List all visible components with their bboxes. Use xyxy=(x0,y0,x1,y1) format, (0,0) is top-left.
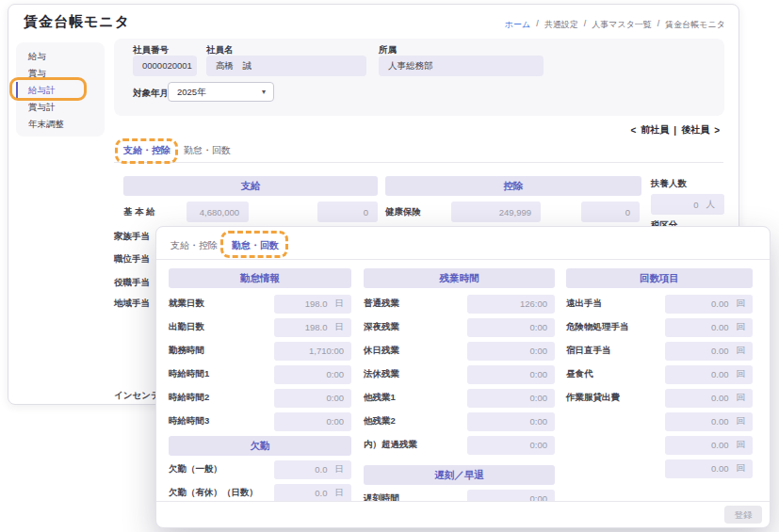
dependents-value: 0 xyxy=(693,200,698,210)
overlay-tab-payment-deduction[interactable]: 支給・控除 xyxy=(170,239,218,252)
breadcrumb-item-hr-master-list[interactable]: 人事マスタ一覧 xyxy=(592,19,652,31)
field-unit: 日 xyxy=(335,298,345,310)
field-row: 欠勤（有休）（日数） 0.0 日 xyxy=(169,481,351,501)
field-unit: 回 xyxy=(737,368,746,380)
overtime-column: 残業時間 普通残業 126:00 深夜残業 0:00 休日残業 0 xyxy=(364,268,555,501)
holiday-overtime-field[interactable]: 0:00 xyxy=(467,342,555,361)
excess-overtime-field[interactable]: 0:00 xyxy=(467,436,555,455)
page-title: 賃金台帳モニタ xyxy=(24,13,130,31)
field-unit: 日 xyxy=(335,487,345,499)
overlay-tab-attendance-count[interactable]: 勤怠・回数 xyxy=(232,239,279,252)
page: 賃金台帳モニタ ホーム / 共通設定 / 人事マスタ一覧 / 賃金台帳モニタ 給… xyxy=(0,0,779,532)
late-time-label: 遅刻時間 xyxy=(364,492,399,501)
field-value: 0:00 xyxy=(327,393,345,403)
field-row: 欠勤（一般） 0.0 日 xyxy=(169,458,351,481)
chevron-right-icon[interactable]: > xyxy=(714,125,720,136)
field-value: 0.00 xyxy=(711,416,729,427)
field-unit: 日 xyxy=(335,463,345,476)
working-days-label: 就業日数 xyxy=(169,298,204,310)
breadcrumb-item-common-settings[interactable]: 共通設定 xyxy=(544,19,578,31)
field-row: 0.00 回 xyxy=(566,433,753,457)
field-value: 0.00 xyxy=(711,322,729,332)
trip-allowance-label: 遠出手当 xyxy=(566,298,602,310)
dependents-field[interactable]: 0 人 xyxy=(651,194,724,215)
late-night-overtime-field[interactable]: 0:00 xyxy=(467,318,555,337)
field-row: 普通残業 126:00 xyxy=(364,292,555,315)
hourly-time2-field[interactable]: 0:00 xyxy=(274,389,351,408)
hourly-time1-field[interactable]: 0:00 xyxy=(274,365,351,384)
sidebar-item-salary[interactable]: 給与 xyxy=(16,48,105,65)
absence-paid-label: 欠勤（有休）（日数） xyxy=(169,487,258,499)
sidebar-item-bonus-total[interactable]: 賞与計 xyxy=(16,99,105,116)
field-row: 時給時間3 0:00 xyxy=(169,410,351,433)
employee-name-field[interactable]: 高橋 誠 xyxy=(206,56,366,76)
field-value: 0.00 xyxy=(711,393,729,403)
field-row: 勤務時間 1,710:00 xyxy=(169,339,351,363)
absence-paid-field[interactable]: 0.0 日 xyxy=(274,484,351,502)
night-duty-allowance-field[interactable]: 0.00 回 xyxy=(665,342,753,361)
prev-employee-link[interactable]: 前社員 xyxy=(641,123,669,137)
lunch-fee-label: 昼食代 xyxy=(566,368,593,380)
deduction-health-input-1[interactable]: 249,999 xyxy=(451,202,541,222)
sidebar-item-year-end-adjustment[interactable]: 年末調整 xyxy=(16,116,105,133)
deduction-row-label-health: 健康保険 xyxy=(385,206,421,218)
target-month-select[interactable]: 2025年 ▾ xyxy=(168,82,274,102)
late-time-field[interactable]: 0:00 xyxy=(467,490,555,502)
deduction-section-header: 控除 xyxy=(385,176,641,196)
work-clothes-fee-field[interactable]: 0.00 回 xyxy=(665,389,753,408)
payment-base-input-2[interactable]: 0 xyxy=(317,202,378,222)
absence-general-field[interactable]: 0.0 日 xyxy=(274,460,351,479)
hourly-time1-label: 時給時間1 xyxy=(169,368,209,380)
department-field[interactable]: 人事総務部 xyxy=(379,56,544,76)
lunch-fee-field[interactable]: 0.00 回 xyxy=(665,365,753,384)
field-value: 0.00 xyxy=(711,346,729,356)
sidebar-item-bonus[interactable]: 賞与 xyxy=(16,65,105,82)
field-value: 0.0 xyxy=(315,464,327,475)
field-value: 0.00 xyxy=(711,440,729,450)
attendance-count-dialog: 支給・控除 勤怠・回数 勤怠情報 就業日数 198.0 日 出勤日数 198.0 xyxy=(155,226,771,528)
field-row: 時給時間2 0:00 xyxy=(169,386,351,410)
breadcrumb-home-link[interactable]: ホーム xyxy=(505,19,530,31)
normal-overtime-field[interactable]: 126:00 xyxy=(467,295,555,314)
field-unit: 回 xyxy=(737,439,746,451)
payment-row-label-position: 職位手当 xyxy=(114,253,150,266)
field-row: 深夜残業 0:00 xyxy=(364,315,555,339)
pager-divider: | xyxy=(674,125,676,136)
hourly-time3-label: 時給時間3 xyxy=(169,415,209,427)
sidebar-item-salary-total[interactable]: 給与計 xyxy=(16,82,105,99)
field-unit: 回 xyxy=(737,345,746,357)
chevron-left-icon[interactable]: < xyxy=(631,125,637,136)
field-value: 198.0 xyxy=(305,322,328,332)
field-row: 昼食代 0.00 回 xyxy=(566,363,753,386)
other-overtime1-field[interactable]: 0:00 xyxy=(467,389,555,408)
deduction-health-input-2[interactable]: 0 xyxy=(581,202,640,222)
count-item8-field[interactable]: 0.00 回 xyxy=(665,459,753,478)
attendance-days-field[interactable]: 198.0 日 xyxy=(274,318,351,337)
tab-attendance-count[interactable]: 勤怠・回数 xyxy=(184,144,231,157)
hazard-allowance-field[interactable]: 0.00 回 xyxy=(665,318,753,337)
count-item7-field[interactable]: 0.00 回 xyxy=(665,436,753,455)
holiday-overtime-label: 休日残業 xyxy=(364,345,399,357)
payment-base-input-1[interactable]: 4,680,000 xyxy=(187,202,249,222)
target-month-value: 2025年 xyxy=(177,87,206,97)
late-night-overtime-label: 深夜残業 xyxy=(364,321,399,333)
excess-overtime-label: 内）超過残業 xyxy=(364,439,417,451)
employee-number-field[interactable]: 0000020001 xyxy=(133,56,197,76)
legal-holiday-overtime-field[interactable]: 0:00 xyxy=(467,365,555,384)
field-row: 就業日数 198.0 日 xyxy=(169,292,351,315)
other-overtime2-field[interactable]: 0:00 xyxy=(467,412,555,431)
working-days-field[interactable]: 198.0 日 xyxy=(274,295,351,314)
work-hours-field[interactable]: 1,710:00 xyxy=(274,342,351,361)
field-value: 0:00 xyxy=(530,393,548,403)
trip-allowance-field[interactable]: 0.00 回 xyxy=(665,295,753,314)
absence-general-label: 欠勤（一般） xyxy=(169,463,222,476)
register-button[interactable]: 登録 xyxy=(724,506,762,524)
count-item6-field[interactable]: 0.00 回 xyxy=(665,412,753,431)
hourly-time3-field[interactable]: 0:00 xyxy=(274,412,351,431)
breadcrumb-item-current: 賃金台帳モニタ xyxy=(665,19,725,31)
tab-payment-deduction[interactable]: 支給・控除 xyxy=(123,144,170,157)
next-employee-link[interactable]: 後社員 xyxy=(681,123,709,137)
field-row: 出勤日数 198.0 日 xyxy=(169,315,351,339)
count-items-column: 回数項目 遠出手当 0.00 回 危険物処理手当 0.00 回 xyxy=(566,268,753,480)
field-value: 198.0 xyxy=(305,298,328,309)
